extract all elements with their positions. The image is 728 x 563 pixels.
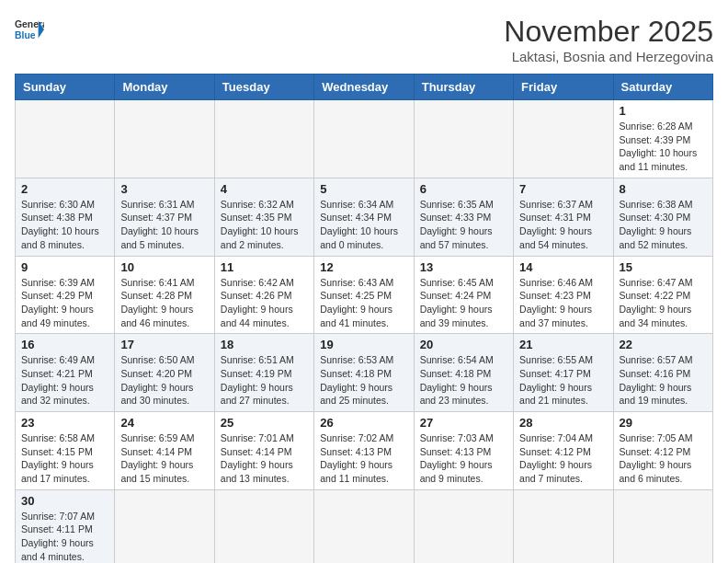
day-number: 18 bbox=[221, 338, 308, 351]
day-info: Sunrise: 7:05 AM Sunset: 4:12 PM Dayligh… bbox=[620, 431, 707, 486]
day-info: Sunrise: 6:35 AM Sunset: 4:33 PM Dayligh… bbox=[420, 198, 507, 252]
calendar-week-row: 2Sunrise: 6:30 AM Sunset: 4:38 PM Daylig… bbox=[16, 178, 713, 256]
day-number: 2 bbox=[21, 182, 108, 196]
day-number: 4 bbox=[221, 182, 308, 196]
day-info: Sunrise: 6:30 AM Sunset: 4:38 PM Dayligh… bbox=[21, 198, 108, 252]
day-number: 5 bbox=[320, 182, 407, 196]
table-row: 19Sunrise: 6:53 AM Sunset: 4:18 PM Dayli… bbox=[314, 334, 414, 412]
table-row bbox=[514, 489, 613, 563]
table-row: 16Sunrise: 6:49 AM Sunset: 4:21 PM Dayli… bbox=[16, 334, 115, 412]
table-row: 22Sunrise: 6:57 AM Sunset: 4:16 PM Dayli… bbox=[613, 334, 712, 412]
day-info: Sunrise: 6:58 AM Sunset: 4:15 PM Dayligh… bbox=[21, 431, 108, 486]
calendar-week-row: 23Sunrise: 6:58 AM Sunset: 4:15 PM Dayli… bbox=[16, 412, 713, 490]
table-row bbox=[414, 489, 513, 563]
table-row: 13Sunrise: 6:45 AM Sunset: 4:24 PM Dayli… bbox=[414, 256, 513, 334]
location-subtitle: Laktasi, Bosnia and Herzegovina bbox=[504, 49, 713, 64]
header-saturday: Saturday bbox=[613, 75, 712, 100]
calendar-week-row: 1Sunrise: 6:28 AM Sunset: 4:39 PM Daylig… bbox=[16, 100, 713, 178]
table-row: 26Sunrise: 7:02 AM Sunset: 4:13 PM Dayli… bbox=[314, 412, 414, 490]
table-row: 24Sunrise: 6:59 AM Sunset: 4:14 PM Dayli… bbox=[115, 412, 214, 490]
table-row: 28Sunrise: 7:04 AM Sunset: 4:12 PM Dayli… bbox=[514, 412, 613, 490]
table-row: 9Sunrise: 6:39 AM Sunset: 4:29 PM Daylig… bbox=[16, 256, 115, 334]
table-row: 30Sunrise: 7:07 AM Sunset: 4:11 PM Dayli… bbox=[16, 489, 115, 563]
table-row: 5Sunrise: 6:34 AM Sunset: 4:34 PM Daylig… bbox=[314, 178, 414, 256]
day-number: 26 bbox=[320, 416, 407, 430]
day-number: 3 bbox=[120, 182, 208, 196]
day-number: 16 bbox=[21, 338, 108, 351]
day-info: Sunrise: 6:53 AM Sunset: 4:18 PM Dayligh… bbox=[320, 353, 407, 408]
day-info: Sunrise: 7:01 AM Sunset: 4:14 PM Dayligh… bbox=[221, 431, 308, 486]
day-number: 12 bbox=[320, 260, 407, 274]
table-row: 21Sunrise: 6:55 AM Sunset: 4:17 PM Dayli… bbox=[514, 334, 613, 412]
table-row: 15Sunrise: 6:47 AM Sunset: 4:22 PM Dayli… bbox=[613, 256, 712, 334]
table-row: 6Sunrise: 6:35 AM Sunset: 4:33 PM Daylig… bbox=[414, 178, 513, 256]
table-row: 29Sunrise: 7:05 AM Sunset: 4:12 PM Dayli… bbox=[613, 412, 712, 490]
header-sunday: Sunday bbox=[16, 75, 115, 100]
day-info: Sunrise: 6:38 AM Sunset: 4:30 PM Dayligh… bbox=[620, 198, 707, 252]
table-row bbox=[414, 100, 513, 178]
table-row: 27Sunrise: 7:03 AM Sunset: 4:13 PM Dayli… bbox=[414, 412, 513, 490]
day-number: 9 bbox=[21, 260, 108, 274]
table-row bbox=[16, 100, 115, 178]
table-row bbox=[314, 489, 414, 563]
table-row: 14Sunrise: 6:46 AM Sunset: 4:23 PM Dayli… bbox=[514, 256, 613, 334]
day-number: 14 bbox=[519, 260, 607, 274]
day-info: Sunrise: 7:02 AM Sunset: 4:13 PM Dayligh… bbox=[320, 431, 407, 486]
day-number: 23 bbox=[21, 416, 108, 430]
table-row: 23Sunrise: 6:58 AM Sunset: 4:15 PM Dayli… bbox=[16, 412, 115, 490]
day-info: Sunrise: 6:31 AM Sunset: 4:37 PM Dayligh… bbox=[120, 198, 208, 252]
day-number: 10 bbox=[120, 260, 208, 274]
day-number: 6 bbox=[420, 182, 507, 196]
day-number: 24 bbox=[120, 416, 208, 430]
table-row bbox=[613, 489, 712, 563]
day-info: Sunrise: 6:59 AM Sunset: 4:14 PM Dayligh… bbox=[120, 431, 208, 486]
weekday-header-row: Sunday Monday Tuesday Wednesday Thursday… bbox=[16, 75, 713, 100]
day-number: 30 bbox=[21, 494, 108, 508]
day-number: 1 bbox=[620, 104, 707, 118]
day-info: Sunrise: 6:43 AM Sunset: 4:25 PM Dayligh… bbox=[320, 276, 407, 330]
table-row: 20Sunrise: 6:54 AM Sunset: 4:18 PM Dayli… bbox=[414, 334, 513, 412]
day-number: 11 bbox=[221, 260, 308, 274]
day-number: 29 bbox=[620, 416, 707, 430]
calendar-week-row: 16Sunrise: 6:49 AM Sunset: 4:21 PM Dayli… bbox=[16, 334, 713, 412]
day-info: Sunrise: 6:37 AM Sunset: 4:31 PM Dayligh… bbox=[519, 198, 607, 252]
table-row: 11Sunrise: 6:42 AM Sunset: 4:26 PM Dayli… bbox=[214, 256, 313, 334]
table-row bbox=[314, 100, 414, 178]
table-row: 10Sunrise: 6:41 AM Sunset: 4:28 PM Dayli… bbox=[115, 256, 214, 334]
day-number: 27 bbox=[420, 416, 507, 430]
day-info: Sunrise: 6:50 AM Sunset: 4:20 PM Dayligh… bbox=[120, 353, 208, 408]
table-row bbox=[115, 489, 214, 563]
table-row: 3Sunrise: 6:31 AM Sunset: 4:37 PM Daylig… bbox=[115, 178, 214, 256]
calendar-week-row: 9Sunrise: 6:39 AM Sunset: 4:29 PM Daylig… bbox=[16, 256, 713, 334]
day-info: Sunrise: 7:04 AM Sunset: 4:12 PM Dayligh… bbox=[519, 431, 607, 486]
table-row: 7Sunrise: 6:37 AM Sunset: 4:31 PM Daylig… bbox=[514, 178, 613, 256]
day-info: Sunrise: 6:28 AM Sunset: 4:39 PM Dayligh… bbox=[620, 120, 707, 174]
header-wednesday: Wednesday bbox=[314, 75, 414, 100]
day-info: Sunrise: 7:03 AM Sunset: 4:13 PM Dayligh… bbox=[420, 431, 507, 486]
table-row: 12Sunrise: 6:43 AM Sunset: 4:25 PM Dayli… bbox=[314, 256, 414, 334]
day-info: Sunrise: 6:51 AM Sunset: 4:19 PM Dayligh… bbox=[221, 353, 308, 408]
day-info: Sunrise: 7:07 AM Sunset: 4:11 PM Dayligh… bbox=[21, 510, 108, 563]
day-number: 8 bbox=[620, 182, 707, 196]
day-info: Sunrise: 6:55 AM Sunset: 4:17 PM Dayligh… bbox=[519, 353, 607, 408]
table-row: 2Sunrise: 6:30 AM Sunset: 4:38 PM Daylig… bbox=[16, 178, 115, 256]
title-area: November 2025 Laktasi, Bosnia and Herzeg… bbox=[504, 15, 713, 64]
day-info: Sunrise: 6:45 AM Sunset: 4:24 PM Dayligh… bbox=[420, 276, 507, 330]
day-info: Sunrise: 6:54 AM Sunset: 4:18 PM Dayligh… bbox=[420, 353, 507, 408]
table-row: 18Sunrise: 6:51 AM Sunset: 4:19 PM Dayli… bbox=[214, 334, 313, 412]
table-row: 1Sunrise: 6:28 AM Sunset: 4:39 PM Daylig… bbox=[613, 100, 712, 178]
table-row: 25Sunrise: 7:01 AM Sunset: 4:14 PM Dayli… bbox=[214, 412, 313, 490]
logo: General Blue bbox=[15, 15, 44, 44]
day-number: 7 bbox=[519, 182, 607, 196]
day-info: Sunrise: 6:42 AM Sunset: 4:26 PM Dayligh… bbox=[221, 276, 308, 330]
day-number: 17 bbox=[120, 338, 208, 351]
table-row: 17Sunrise: 6:50 AM Sunset: 4:20 PM Dayli… bbox=[115, 334, 214, 412]
day-number: 25 bbox=[221, 416, 308, 430]
calendar-table: Sunday Monday Tuesday Wednesday Thursday… bbox=[15, 74, 713, 563]
page-header: General Blue November 2025 Laktasi, Bosn… bbox=[15, 15, 713, 64]
svg-text:Blue: Blue bbox=[15, 30, 36, 40]
table-row: 8Sunrise: 6:38 AM Sunset: 4:30 PM Daylig… bbox=[613, 178, 712, 256]
day-number: 20 bbox=[420, 338, 507, 351]
table-row bbox=[115, 100, 214, 178]
table-row: 4Sunrise: 6:32 AM Sunset: 4:35 PM Daylig… bbox=[214, 178, 313, 256]
